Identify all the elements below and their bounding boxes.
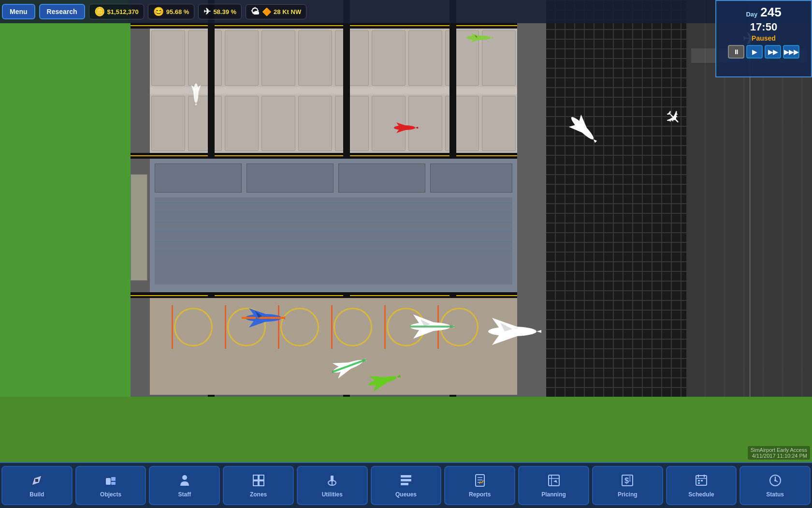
svg-rect-48	[253, 475, 258, 480]
svg-rect-51	[259, 481, 264, 486]
staff-button[interactable]: Staff	[149, 466, 220, 505]
stand-circle	[280, 308, 319, 346]
svg-rect-62	[549, 475, 559, 486]
objects-icon	[103, 473, 118, 490]
yellow-line	[130, 25, 517, 26]
airplane-red	[392, 119, 418, 137]
build-button[interactable]: Build	[1, 466, 72, 505]
svg-rect-15	[242, 317, 285, 319]
day-value: 245	[760, 5, 781, 20]
fastest-button[interactable]: ▶▶▶	[783, 45, 799, 59]
stand-marker	[172, 305, 173, 349]
time-value: 17:50	[750, 21, 777, 33]
objects-button[interactable]: Objects	[75, 466, 146, 505]
queue-line	[155, 222, 512, 223]
paused-label: Paused	[752, 34, 776, 42]
utilities-icon	[325, 473, 339, 490]
play-button[interactable]: ▶	[746, 45, 763, 59]
status-icon	[768, 473, 783, 490]
svg-rect-50	[253, 481, 258, 486]
svg-rect-57	[401, 483, 408, 485]
schedule-icon	[694, 473, 709, 490]
queue-area	[155, 197, 512, 284]
stand-circle	[174, 308, 213, 346]
speed-controls: ⏸ ▶ ▶▶ ▶▶▶	[728, 45, 799, 59]
gate-block	[225, 30, 259, 86]
svg-rect-46	[111, 482, 116, 485]
yellow-line	[130, 155, 517, 156]
office-area	[430, 164, 512, 193]
bottom-toolbar: Build Objects Staff Zones Utilities Queu…	[0, 462, 812, 508]
menu-button[interactable]: Menu	[2, 4, 35, 19]
airplane-white-2	[483, 312, 541, 351]
yellow-line	[130, 295, 517, 296]
pricing-button[interactable]: $ Pricing	[592, 466, 663, 505]
stand-circle	[334, 308, 372, 346]
datetime-panel: Day 245 17:50 Paused ⏸ ▶ ▶▶ ▶▶▶	[715, 0, 812, 77]
svg-rect-75	[701, 480, 703, 481]
svg-rect-49	[259, 475, 264, 480]
planning-button[interactable]: Planning	[518, 466, 589, 505]
wind-arrow-icon: 🔶	[262, 7, 272, 16]
plane-icon: ✈	[203, 6, 211, 17]
watermark: SimAirport Early Access 4/11/2017 11:10:…	[748, 446, 810, 460]
airplane-top-left	[188, 81, 204, 105]
planning-label: Planning	[541, 491, 566, 498]
watermark-line1: SimAirport Early Access	[751, 447, 807, 453]
gate-block	[482, 96, 516, 151]
wind-stat: 🌤 🔶 28 Kt NW	[246, 4, 306, 19]
reports-label: Reports	[469, 491, 491, 498]
reports-icon	[473, 473, 487, 490]
svg-point-80	[774, 479, 776, 481]
gate-block	[298, 96, 332, 151]
weather-icon: 🌤	[251, 7, 260, 17]
svg-rect-56	[401, 479, 411, 481]
svg-rect-24	[410, 326, 454, 328]
watermark-line2: 4/11/2017 11:10:24 PM	[751, 453, 807, 459]
airplane-white-1	[406, 310, 454, 344]
svg-rect-38	[332, 359, 366, 373]
day-label: Day	[746, 11, 757, 18]
smiley-icon: 😊	[153, 6, 164, 17]
pause-button[interactable]: ⏸	[728, 45, 744, 59]
svg-marker-40	[396, 374, 401, 378]
svg-rect-43	[35, 479, 38, 482]
game-viewport: Ticketing	[0, 0, 812, 508]
svg-marker-31	[195, 103, 197, 105]
utilities-button[interactable]: Utilities	[297, 466, 368, 505]
svg-marker-1	[491, 37, 493, 39]
gate-block	[298, 30, 332, 86]
svg-marker-10	[415, 127, 418, 129]
gate-block	[151, 96, 185, 151]
zones-button[interactable]: Zones	[223, 466, 294, 505]
svg-rect-74	[698, 480, 700, 481]
queue-line	[155, 231, 512, 232]
queue-line	[155, 241, 512, 242]
gate-block	[335, 30, 369, 86]
queue-line	[155, 212, 512, 213]
build-label: Build	[29, 491, 44, 498]
fast-button[interactable]: ▶▶	[765, 45, 781, 59]
schedule-button[interactable]: Schedule	[666, 466, 737, 505]
staff-label: Staff	[178, 491, 191, 498]
side-building	[130, 174, 147, 281]
stand-marker	[384, 305, 386, 349]
queues-button[interactable]: Queues	[371, 466, 442, 505]
svg-marker-26	[536, 330, 541, 333]
schedule-label: Schedule	[688, 491, 714, 498]
security-area	[246, 164, 334, 193]
svg-rect-55	[401, 475, 411, 478]
reports-button[interactable]: Reports	[444, 466, 515, 505]
gate-block	[372, 30, 406, 86]
research-button[interactable]: Research	[39, 4, 85, 19]
svg-rect-76	[698, 482, 700, 484]
pricing-icon: $	[620, 473, 635, 490]
svg-rect-44	[106, 478, 111, 485]
gate-block	[335, 96, 369, 151]
money-value: $1,512,370	[107, 8, 139, 15]
gate-block	[261, 30, 295, 86]
status-button[interactable]: Status	[740, 466, 811, 505]
build-icon	[29, 473, 44, 490]
terminal-top	[150, 27, 517, 155]
runway-zone: ✈	[546, 0, 686, 397]
